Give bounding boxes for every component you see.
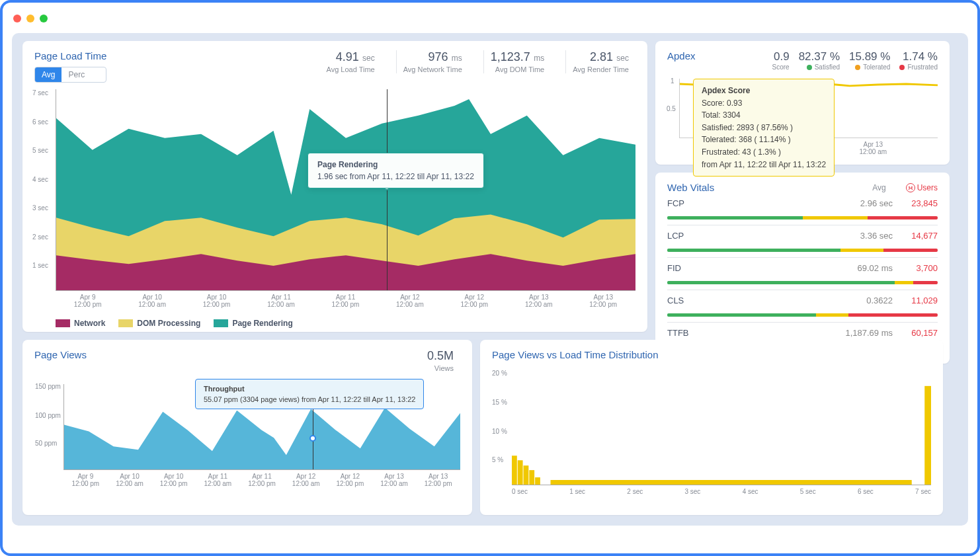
apdex-card: Apdex 0.9 Score 82.37 %Satisfied 15.89 %… xyxy=(655,41,950,165)
x-tick: Apr 912:00 pm xyxy=(63,473,108,487)
vital-cls[interactable]: CLS 0.3622 11,029 xyxy=(667,290,938,323)
web-vitals-title: Web Vitals xyxy=(667,182,714,193)
metric-avg-network-time: 976 msAvg Network Time xyxy=(396,50,469,73)
metric-avg-render-time: 2.81 secAvg Render Time xyxy=(565,50,635,73)
x-tick: Apr 1212:00 pm xyxy=(328,473,372,487)
app-window: Page Load Time Avg Perc 4.91 secAvg Load… xyxy=(0,0,980,556)
page-load-title: Page Load Time xyxy=(34,50,106,61)
avg-perc-toggle[interactable]: Avg Perc xyxy=(34,67,106,83)
distribution-card: Page Views vs Load Time Distribution 20 … xyxy=(480,340,943,515)
apdex-satisfied: 82.37 %Satisfied xyxy=(799,50,840,71)
x-tick: Apr 1312:00 am xyxy=(507,294,571,308)
svg-rect-1 xyxy=(518,460,523,485)
maximize-icon[interactable] xyxy=(40,15,48,22)
sad-face-icon xyxy=(906,183,915,192)
vital-fid[interactable]: FID 69.02 ms 3,700 xyxy=(667,258,938,290)
svg-rect-4 xyxy=(535,477,540,485)
page-views-chart[interactable]: 150 ppm 100 ppm 50 ppm Throughput 55.07 … xyxy=(63,384,460,470)
page-views-tooltip: Throughput 55.07 ppm (3304 page views) f… xyxy=(195,379,424,409)
x-tick: Apr 1312:00 pm xyxy=(416,473,460,487)
legend-dom-processing[interactable]: DOM Processing xyxy=(118,319,200,328)
minimize-icon[interactable] xyxy=(26,15,34,22)
svg-rect-6 xyxy=(924,386,931,485)
metric-avg-dom-time: 1,123.7 msAvg DOM Time xyxy=(483,50,551,73)
x-tick: Apr 1112:00 pm xyxy=(240,473,284,487)
vital-fcp[interactable]: FCP 2.96 sec 23,845 xyxy=(667,193,938,225)
x-tick: Apr 1012:00 pm xyxy=(151,473,196,487)
apdex-title: Apdex xyxy=(667,50,696,61)
page-load-time-card: Page Load Time Avg Perc 4.91 secAvg Load… xyxy=(22,41,647,332)
perc-button[interactable]: Perc xyxy=(61,67,91,82)
vital-lcp[interactable]: LCP 3.36 sec 14,677 xyxy=(667,225,938,258)
apdex-score: 0.9 Score xyxy=(764,50,790,71)
x-tick: Apr 1112:00 am xyxy=(196,473,240,487)
apdex-tolerated: 15.89 %Tolerated xyxy=(849,50,890,71)
vitals-avg-column: Avg xyxy=(872,183,885,192)
x-tick: Apr 912:00 pm xyxy=(56,294,120,308)
svg-rect-5 xyxy=(551,480,912,485)
svg-rect-0 xyxy=(512,456,517,485)
web-vitals-card: Web Vitals Avg Users FCP 2.96 sec 23,845… xyxy=(655,173,950,364)
x-tick: Apr 1112:00 am xyxy=(249,294,313,308)
legend-network[interactable]: Network xyxy=(56,319,105,328)
distribution-chart[interactable]: 20 % 15 % 10 % 5 % xyxy=(512,370,931,485)
x-tick: Apr 1312:00 am xyxy=(372,473,417,487)
x-tick: Apr 1212:00 pm xyxy=(442,294,507,308)
apdex-tooltip: Apdex Score Score: 0.93Total: 3304Satisf… xyxy=(693,79,835,177)
svg-rect-2 xyxy=(524,465,529,485)
x-tick: Apr 1312:00 pm xyxy=(571,294,635,308)
page-load-tooltip: Page Rendering 1.96 sec from Apr 11, 12:… xyxy=(307,153,484,188)
avg-button[interactable]: Avg xyxy=(35,67,61,82)
apdex-frustrated: 1.74 %Frustrated xyxy=(899,50,938,71)
page-views-marker-icon xyxy=(309,435,316,442)
x-tick: Apr 1112:00 pm xyxy=(313,294,378,308)
svg-rect-3 xyxy=(529,470,534,485)
close-icon[interactable] xyxy=(13,15,21,22)
x-tick: Apr 1012:00 am xyxy=(120,294,184,308)
x-tick: Apr 1212:00 am xyxy=(378,294,442,308)
apdex-chart[interactable]: 1 0.5 Apdex Score Score: 0.93Total: 3304… xyxy=(679,79,938,138)
legend-page-rendering[interactable]: Page Rendering xyxy=(214,319,292,328)
vitals-users-column: Users xyxy=(906,183,938,192)
x-tick: Apr 1212:00 am xyxy=(284,473,328,487)
distribution-title: Page Views vs Load Time Distribution xyxy=(492,349,931,360)
x-tick: Apr 1012:00 am xyxy=(108,473,152,487)
page-views-title: Page Views xyxy=(34,349,87,360)
page-views-card: Page Views 0.5M Views 150 ppm 100 ppm 50… xyxy=(22,340,472,515)
x-tick: Apr 1012:00 pm xyxy=(184,294,249,308)
page-views-total: 0.5M Views xyxy=(421,349,460,372)
titlebar xyxy=(3,3,977,26)
page-load-chart[interactable]: 7 sec6 sec5 sec4 sec3 sec2 sec1 sec Page… xyxy=(56,89,635,291)
metric-avg-load-time: 4.91 secAvg Load Time xyxy=(320,50,382,73)
